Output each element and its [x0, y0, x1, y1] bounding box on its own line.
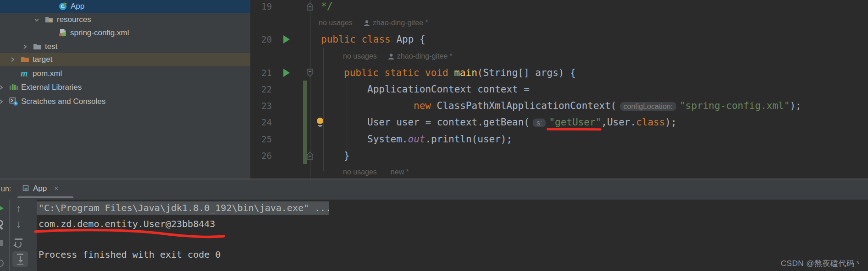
class-run-icon: C — [59, 2, 68, 11]
csdn-watermark: CSDN @熬夜磕代码丶 — [781, 258, 862, 269]
line-number-24[interactable]: 24 — [250, 114, 272, 130]
code-line-26[interactable]: } — [344, 147, 350, 164]
tree-item-label: pom.xml — [33, 67, 62, 80]
code-token: ); — [665, 117, 676, 128]
vcs-author-hint: zhao-ding-gitee * — [373, 15, 428, 31]
fold-up-icon[interactable] — [305, 1, 315, 11]
tree-item-scratches-and-consoles[interactable]: Scratches and Consoles — [0, 95, 250, 108]
code-annotation[interactable]: no usageszhao-ding-gitee * — [319, 15, 428, 31]
code-token: "spring-config.xml" — [680, 100, 790, 111]
soft-wrap-icon[interactable] — [15, 238, 22, 247]
lightbulb-icon[interactable] — [317, 118, 323, 127]
fold-up-icon[interactable] — [305, 151, 315, 161]
tree-item-label: External Libraries — [21, 81, 82, 94]
chevron-right-icon[interactable] — [10, 57, 15, 62]
tree-item-label: spring-config.xml — [70, 27, 129, 39]
code-line-21[interactable]: public static void main(String[] args) { — [344, 65, 576, 81]
code-token: ApplicationContext context = — [367, 84, 530, 95]
console-line: "C:\Program Files\Java\jdk1.8.0_192\bin\… — [39, 201, 331, 215]
scroll-to-end-icon[interactable] — [12, 251, 28, 267]
line-number-26[interactable]: 26 — [250, 147, 272, 164]
chevron-right-icon[interactable] — [0, 99, 4, 104]
tree-item-label: Scratches and Consoles — [21, 95, 105, 108]
line-number-21[interactable]: 21 — [250, 65, 272, 81]
fold-down-icon[interactable] — [305, 68, 315, 78]
code-token: ,User. — [601, 117, 636, 128]
code-token: User user = context.getBean( — [367, 117, 530, 128]
code-token: out — [408, 134, 426, 145]
code-line-22[interactable]: ApplicationContext context = — [367, 81, 530, 98]
chevron-down-icon[interactable] — [34, 17, 39, 22]
tree-item-app[interactable]: CApp — [0, 0, 250, 13]
tree-item-external-libraries[interactable]: External Libraries — [0, 81, 250, 94]
run-tab-title: App — [33, 182, 47, 195]
settings-icon[interactable] — [0, 220, 3, 230]
usages-hint: no usages — [343, 48, 377, 65]
code-line-19[interactable]: */ — [321, 0, 332, 15]
usages-hint: no usages — [343, 164, 377, 180]
code-token: */ — [321, 1, 332, 12]
maven-icon: m — [21, 69, 30, 78]
line-number-23[interactable]: 23 — [250, 98, 272, 114]
code-token: System. — [367, 134, 408, 145]
code-annotation[interactable]: no usagesnew * — [343, 164, 409, 180]
code-token: ClassPathXmlApplicationContext( — [431, 100, 617, 111]
code-annotation[interactable]: no usageszhao-ding-gitee * — [343, 48, 453, 65]
rerun-icon[interactable] — [0, 204, 4, 212]
tree-item-label: target — [33, 53, 52, 66]
resources-folder-icon — [45, 15, 54, 24]
run-tool-window-bar: un: App × — [0, 179, 868, 200]
project-tree-panel: CAppresourcesspring-config.xmltesttarget… — [0, 0, 250, 179]
code-token: class — [636, 117, 665, 128]
up-arrow-icon[interactable]: ↑ — [16, 202, 22, 215]
run-panel-label: un: — [1, 182, 11, 196]
code-token: main — [454, 67, 477, 78]
help-icon[interactable] — [0, 260, 4, 267]
scratches-icon — [9, 97, 18, 106]
tree-item-test[interactable]: test — [0, 40, 250, 53]
line-number-20[interactable]: 20 — [250, 31, 272, 48]
run-line-icon[interactable] — [283, 35, 290, 43]
intellij-window: { "project_tree": { "items": [ {"label":… — [0, 0, 868, 271]
console-output[interactable]: "C:\Program Files\Java\jdk1.8.0_192\bin\… — [37, 200, 868, 271]
tree-item-spring-config-xml[interactable]: spring-config.xml — [0, 27, 250, 39]
chevron-right-icon[interactable] — [22, 44, 28, 49]
active-tab-underline — [17, 196, 73, 198]
folder-icon — [33, 42, 42, 51]
line-number-25[interactable]: 25 — [250, 131, 272, 147]
code-line-24[interactable]: User user = context.getBean(s:"getUser",… — [367, 114, 677, 130]
author-icon — [353, 20, 373, 27]
inlay-hint: s: — [533, 119, 546, 127]
indent-guide — [347, 81, 347, 156]
code-line-20[interactable]: public class App { — [321, 31, 426, 48]
tree-item-label: test — [45, 40, 57, 53]
code-token: public static void — [344, 67, 454, 78]
author-icon — [377, 53, 397, 60]
console-line: com.zd.demo.entity.User@23bb8443 — [39, 217, 215, 231]
stop-icon[interactable] — [0, 240, 3, 246]
line-number-19[interactable]: 19 — [250, 0, 272, 15]
close-tab-icon[interactable]: × — [54, 182, 58, 195]
inlay-hint: configLocation: — [620, 102, 677, 111]
vcs-author-hint: zhao-ding-gitee * — [397, 48, 453, 65]
excluded-folder-icon — [21, 55, 30, 64]
console-line: Process finished with exit code 0 — [39, 248, 221, 261]
tree-item-resources[interactable]: resources — [0, 13, 250, 26]
line-number-22[interactable]: 22 — [250, 81, 272, 98]
code-token: (String[] args) { — [477, 67, 576, 78]
code-token: } — [344, 150, 350, 161]
code-token: public class — [321, 34, 396, 45]
tree-item-pom-xml[interactable]: mpom.xml — [0, 67, 250, 80]
code-token: ); — [790, 100, 801, 111]
run-toolbar: ↑↓ — [9, 200, 37, 271]
tree-item-label: resources — [57, 13, 91, 26]
chevron-right-icon[interactable] — [0, 85, 4, 90]
code-line-25[interactable]: System.out.println(user); — [367, 131, 512, 147]
tree-item-target[interactable]: target — [0, 53, 250, 66]
run-toolbar-cut-strip — [0, 200, 9, 271]
down-arrow-icon[interactable]: ↓ — [16, 217, 22, 230]
code-line-23[interactable]: new ClassPathXmlApplicationContext(confi… — [414, 98, 802, 114]
libraries-icon — [9, 83, 18, 92]
code-token: .println(user); — [425, 134, 512, 145]
run-line-icon[interactable] — [283, 69, 290, 77]
